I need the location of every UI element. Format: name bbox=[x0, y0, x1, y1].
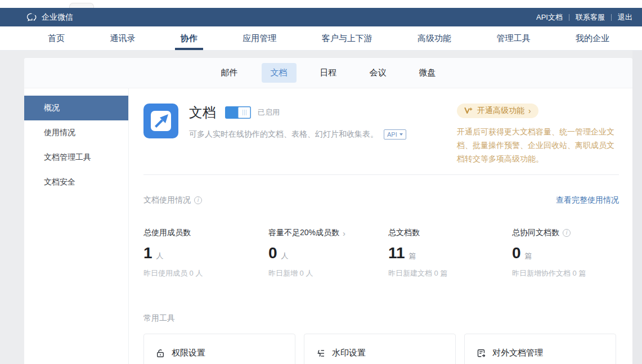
app-header: 文档 已启用 可多人实时在线协作的文档、表格、幻灯片和收集表。 bbox=[143, 104, 619, 165]
nav-item-management-tools[interactable]: 管理工具 bbox=[497, 26, 531, 50]
stat-total-docs: 总文档数 11 篇 昨日新建文档 0 篇 bbox=[388, 228, 512, 278]
upgrade-premium-button[interactable]: 开通高级功能 › bbox=[457, 104, 538, 118]
chevron-down-icon bbox=[399, 133, 403, 136]
doc-share-icon bbox=[476, 348, 486, 358]
subtab-calendar[interactable]: 日程 bbox=[311, 63, 346, 83]
stat-value: 11 bbox=[388, 244, 405, 262]
stat-label: 总文档数 bbox=[388, 228, 420, 238]
tool-card-permissions[interactable]: 权限设置 设置企业内外的访问权限 bbox=[143, 334, 295, 364]
usage-section: 文档使用情况 i 查看完整使用情况 总使用成员数 1 人 昨日使用成员 bbox=[143, 195, 619, 278]
subtab-meeting[interactable]: 会议 bbox=[361, 63, 396, 83]
tools-section: 常用工具 权限设置 bbox=[143, 313, 619, 364]
stat-label: 总协同文档数 bbox=[512, 228, 559, 238]
api-dropdown[interactable]: API bbox=[384, 129, 406, 140]
sidebar-item-usage[interactable]: 使用情况 bbox=[24, 120, 128, 145]
main-nav: 首页 通讯录 协作 应用管理 客户与上下游 高级功能 管理工具 我的企业 bbox=[0, 26, 642, 51]
nav-item-contacts[interactable]: 通讯录 bbox=[110, 26, 135, 50]
stat-subtext: 昨日新增 0 人 bbox=[268, 268, 388, 278]
nav-item-customers[interactable]: 客户与上下游 bbox=[322, 26, 372, 50]
premium-panel: 开通高级功能 › 开通后可获得更大文档容量、统一管理企业文档、批量操作预警、企业… bbox=[457, 104, 619, 165]
stat-unit: 篇 bbox=[525, 251, 532, 261]
topbar-links: API文档 联系客服 退出 bbox=[536, 12, 632, 23]
subtab-bar: 邮件 文档 日程 会议 微盘 bbox=[24, 58, 632, 88]
stats-row: 总使用成员数 1 人 昨日使用成员 0 人 容量不足20%成员数 › bbox=[143, 228, 619, 278]
nav-item-app-management[interactable]: 应用管理 bbox=[243, 26, 276, 50]
brand: 企业微信 bbox=[25, 11, 73, 24]
browser-strip bbox=[0, 0, 642, 8]
topbar-link-logout[interactable]: 退出 bbox=[618, 12, 632, 23]
stat-low-capacity-members: 容量不足20%成员数 › 0 人 昨日新增 0 人 bbox=[268, 228, 388, 278]
nav-item-home[interactable]: 首页 bbox=[48, 26, 65, 50]
usage-section-title: 文档使用情况 bbox=[143, 195, 191, 205]
stat-value: 0 bbox=[268, 244, 277, 262]
browser-tab-ghost bbox=[69, 3, 94, 8]
premium-description: 开通后可获得更大文档容量、统一管理企业文档、批量操作预警、企业回收站、离职成员文… bbox=[457, 125, 619, 165]
sidebar-item-doc-security[interactable]: 文档安全 bbox=[24, 170, 128, 195]
stat-total-members: 总使用成员数 1 人 昨日使用成员 0 人 bbox=[143, 228, 268, 278]
view-full-usage-link[interactable]: 查看完整使用情况 bbox=[556, 195, 619, 205]
topbar-link-contact-support[interactable]: 联系客服 bbox=[576, 12, 605, 23]
topbar: 企业微信 API文档 联系客服 退出 bbox=[0, 8, 642, 26]
tools-section-title: 常用工具 bbox=[143, 313, 175, 323]
stat-label: 容量不足20%成员数 bbox=[268, 228, 339, 238]
stat-unit: 篇 bbox=[409, 251, 416, 261]
stat-collab-docs: 总协同文档数 i 0 篇 昨日新增协作文档 0 篇 bbox=[512, 228, 619, 278]
tool-card-title: 对外文档管理 bbox=[492, 348, 543, 358]
sidebar: 概况 使用情况 文档管理工具 文档安全 bbox=[24, 88, 129, 364]
chevron-right-icon: › bbox=[528, 106, 531, 115]
sparkle-icon bbox=[464, 107, 473, 115]
page-title: 文档 bbox=[189, 104, 216, 122]
sidebar-item-overview[interactable]: 概况 bbox=[24, 96, 128, 120]
docs-app-icon bbox=[143, 104, 178, 138]
stat-unit: 人 bbox=[156, 251, 164, 261]
stat-subtext: 昨日使用成员 0 人 bbox=[143, 268, 268, 278]
sidebar-item-doc-management-tools[interactable]: 文档管理工具 bbox=[24, 145, 128, 170]
stat-subtext: 昨日新建文档 0 篇 bbox=[388, 268, 512, 278]
wecom-logo-icon bbox=[25, 11, 38, 24]
toggle-knob bbox=[238, 107, 250, 118]
lock-icon bbox=[155, 348, 165, 358]
scrollbar[interactable] bbox=[632, 51, 642, 364]
chevron-right-icon[interactable]: › bbox=[343, 228, 345, 238]
info-icon[interactable]: i bbox=[563, 229, 571, 237]
status-label: 已启用 bbox=[258, 107, 280, 118]
stat-label: 总使用成员数 bbox=[143, 228, 191, 238]
stat-subtext: 昨日新增协作文档 0 篇 bbox=[512, 268, 619, 278]
main-card: 邮件 文档 日程 会议 微盘 概况 使用情况 文档管理工具 文档安全 bbox=[24, 58, 632, 364]
tool-card-title: 权限设置 bbox=[172, 348, 205, 358]
subtab-mail[interactable]: 邮件 bbox=[212, 63, 247, 83]
nav-item-collaboration[interactable]: 协作 bbox=[181, 26, 197, 50]
page-background: 邮件 文档 日程 会议 微盘 概况 使用情况 文档管理工具 文档安全 bbox=[0, 51, 642, 364]
info-icon[interactable]: i bbox=[194, 196, 202, 204]
topbar-link-api-docs[interactable]: API文档 bbox=[536, 12, 563, 23]
upgrade-premium-label: 开通高级功能 bbox=[477, 106, 524, 116]
enable-toggle[interactable] bbox=[225, 106, 251, 119]
nav-item-my-enterprise[interactable]: 我的企业 bbox=[576, 26, 609, 50]
api-label: API bbox=[387, 131, 397, 138]
subtab-drive[interactable]: 微盘 bbox=[410, 63, 445, 83]
tool-card-external-docs[interactable]: 对外文档管理 查看和管理允许企业外访问的文档 bbox=[464, 334, 616, 364]
separator bbox=[569, 14, 569, 21]
tool-card-title: 水印设置 bbox=[332, 348, 366, 358]
stat-value: 1 bbox=[143, 244, 152, 262]
subtab-docs[interactable]: 文档 bbox=[262, 63, 297, 83]
separator bbox=[611, 14, 612, 21]
content-area: 文档 已启用 可多人实时在线协作的文档、表格、幻灯片和收集表。 bbox=[129, 88, 632, 364]
tool-card-watermark[interactable]: 水印设置 为企业内文档开启水印，数据泄露事件可追 bbox=[304, 334, 456, 364]
app-description: 可多人实时在线协作的文档、表格、幻灯片和收集表。 bbox=[189, 129, 378, 140]
divider bbox=[143, 174, 619, 175]
stat-unit: 人 bbox=[281, 251, 289, 261]
stat-value: 0 bbox=[512, 244, 521, 262]
watermark-icon bbox=[316, 348, 326, 358]
brand-name: 企业微信 bbox=[42, 12, 73, 23]
nav-item-advanced-features[interactable]: 高级功能 bbox=[417, 26, 451, 50]
